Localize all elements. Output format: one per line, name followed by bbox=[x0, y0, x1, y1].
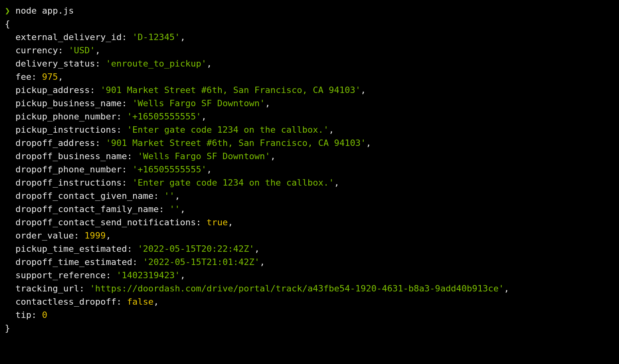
output-line: tracking_url: 'https://doordash.com/driv… bbox=[5, 282, 614, 295]
object-value: '901 Market Street #6th, San Francisco, … bbox=[100, 85, 360, 95]
object-value: '' bbox=[170, 204, 180, 214]
object-value: '901 Market Street #6th, San Francisco, … bbox=[106, 138, 366, 148]
output-line: dropoff_phone_number: '+16505555555', bbox=[5, 163, 614, 176]
output-line: pickup_time_estimated: '2022-05-15T20:22… bbox=[5, 242, 614, 255]
object-key: delivery_status bbox=[16, 59, 95, 69]
output-line: order_value: 1999, bbox=[5, 229, 614, 242]
output-line: support_reference: '1402319423', bbox=[5, 269, 614, 282]
object-value: false bbox=[127, 297, 154, 307]
object-key: dropoff_contact_given_name bbox=[16, 191, 154, 201]
object-value: 'enroute_to_pickup' bbox=[106, 59, 207, 69]
open-brace: { bbox=[5, 19, 10, 29]
object-value: 'USD' bbox=[69, 45, 95, 55]
object-key: dropoff_contact_family_name bbox=[16, 204, 159, 214]
object-key: dropoff_time_estimated bbox=[16, 257, 132, 267]
object-key: order_value bbox=[16, 231, 74, 241]
output-line: pickup_address: '901 Market Street #6th,… bbox=[5, 83, 614, 97]
object-key: support_reference bbox=[16, 270, 106, 280]
object-key: contactless_dropoff bbox=[16, 297, 117, 307]
command-text: node app.js bbox=[10, 6, 74, 16]
object-key: external_delivery_id bbox=[16, 32, 122, 42]
object-key: dropoff_contact_send_notifications bbox=[16, 217, 196, 227]
object-value: 0 bbox=[42, 310, 47, 320]
object-value: 'Enter gate code 1234 on the callbox.' bbox=[127, 125, 329, 135]
object-key: pickup_phone_number bbox=[16, 111, 117, 121]
object-value: 'D-12345' bbox=[132, 32, 180, 42]
object-key: tip bbox=[16, 310, 32, 320]
object-key: pickup_business_name bbox=[16, 98, 122, 108]
output-line: { bbox=[5, 17, 614, 30]
object-value: '2022-05-15T20:22:42Z' bbox=[138, 244, 254, 254]
terminal-output: ❯ node app.js{ external_delivery_id: 'D-… bbox=[5, 4, 614, 335]
object-key: dropoff_instructions bbox=[16, 178, 122, 188]
output-line: dropoff_business_name: 'Wells Fargo SF D… bbox=[5, 150, 614, 163]
object-key: pickup_address bbox=[16, 85, 90, 95]
output-line: dropoff_instructions: 'Enter gate code 1… bbox=[5, 176, 614, 189]
output-line: pickup_phone_number: '+16505555555', bbox=[5, 110, 614, 123]
output-line: dropoff_contact_family_name: '', bbox=[5, 202, 614, 216]
object-value: '+16505555555' bbox=[132, 164, 206, 174]
object-key: currency bbox=[16, 45, 58, 55]
object-value: '' bbox=[164, 191, 175, 201]
object-key: tracking_url bbox=[16, 283, 79, 293]
output-line: tip: 0 bbox=[5, 308, 614, 322]
output-line: dropoff_address: '901 Market Street #6th… bbox=[5, 136, 614, 150]
object-value: 'Wells Fargo SF Downtown' bbox=[138, 151, 270, 161]
object-value: 'https://doordash.com/drive/portal/track… bbox=[90, 283, 504, 293]
output-line: currency: 'USD', bbox=[5, 44, 614, 57]
output-line: dropoff_contact_send_notifications: true… bbox=[5, 216, 614, 229]
prompt-symbol: ❯ bbox=[5, 6, 10, 16]
output-line: pickup_business_name: 'Wells Fargo SF Do… bbox=[5, 97, 614, 110]
object-value: 'Wells Fargo SF Downtown' bbox=[132, 98, 265, 108]
object-value: '1402319423' bbox=[116, 270, 180, 280]
output-line: delivery_status: 'enroute_to_pickup', bbox=[5, 57, 614, 70]
object-key: pickup_instructions bbox=[16, 125, 117, 135]
prompt-line: ❯ node app.js bbox=[5, 4, 614, 17]
object-value: true bbox=[206, 217, 228, 227]
object-key: dropoff_phone_number bbox=[16, 164, 122, 174]
output-line: contactless_dropoff: false, bbox=[5, 295, 614, 308]
close-brace: } bbox=[5, 323, 10, 333]
output-line: fee: 975, bbox=[5, 70, 614, 83]
object-value: 975 bbox=[42, 72, 58, 82]
object-value: '+16505555555' bbox=[127, 111, 201, 121]
output-line: pickup_instructions: 'Enter gate code 12… bbox=[5, 123, 614, 136]
object-value: '2022-05-15T21:01:42Z' bbox=[143, 257, 259, 267]
object-key: dropoff_address bbox=[16, 138, 95, 148]
object-key: pickup_time_estimated bbox=[16, 244, 127, 254]
output-line: } bbox=[5, 322, 614, 335]
output-line: dropoff_time_estimated: '2022-05-15T21:0… bbox=[5, 255, 614, 269]
object-key: dropoff_business_name bbox=[16, 151, 127, 161]
object-key: fee bbox=[16, 72, 32, 82]
object-value: 1999 bbox=[85, 231, 106, 241]
object-value: 'Enter gate code 1234 on the callbox.' bbox=[132, 178, 334, 188]
output-line: external_delivery_id: 'D-12345', bbox=[5, 30, 614, 44]
output-line: dropoff_contact_given_name: '', bbox=[5, 189, 614, 202]
